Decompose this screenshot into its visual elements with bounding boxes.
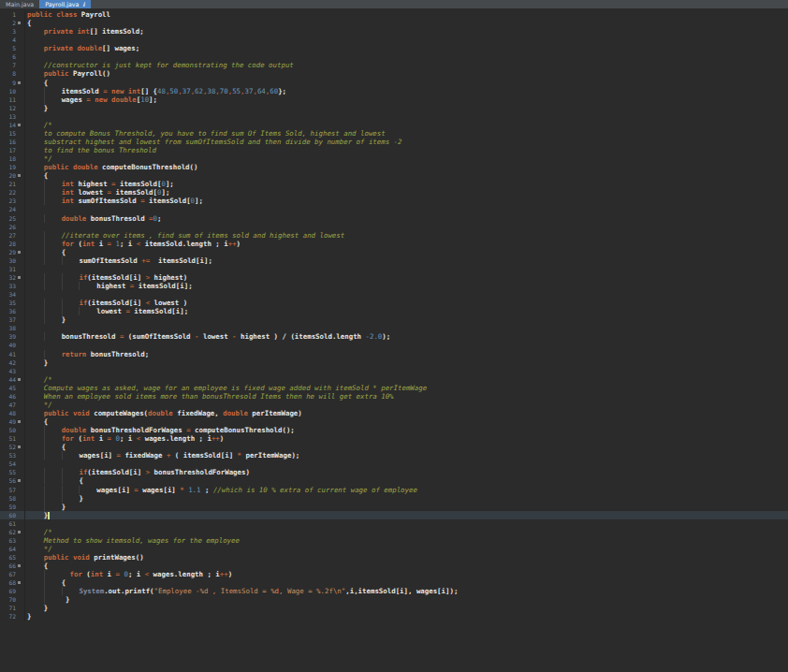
line-number[interactable]: 1 — [0, 10, 16, 19]
code-line[interactable]: 11 wages = new double[10]; — [0, 95, 788, 104]
tab-payroll-java[interactable]: Payroll.java i — [39, 0, 91, 8]
line-number[interactable]: 12 — [0, 104, 16, 112]
fold-marker-icon[interactable] — [16, 248, 25, 256]
code-line[interactable]: 16 substract highest and lowest from sum… — [0, 138, 788, 146]
code-line[interactable]: 19 public double computeBonusThreshold() — [0, 163, 788, 171]
line-number[interactable]: 4 — [0, 36, 16, 44]
code-line[interactable]: 10 itemsSold = new int[] {48,50,37,62,38… — [0, 87, 788, 95]
line-number[interactable]: 19 — [0, 163, 16, 171]
code-line[interactable]: 50 double bonusThresholdForWages = compu… — [0, 426, 788, 434]
code-line[interactable]: 44 /* — [0, 375, 788, 384]
code-line[interactable]: 28 for (int i = 1; i < itemsSold.length … — [0, 240, 788, 248]
line-number[interactable]: 69 — [0, 587, 16, 595]
code-line[interactable]: 34 — [0, 290, 788, 299]
line-number[interactable]: 22 — [0, 188, 16, 197]
line-number[interactable]: 59 — [0, 503, 16, 511]
code-line[interactable]: 45 Compute wages as asked, wage for an e… — [0, 384, 788, 392]
code-line[interactable]: 69 System.out.printf("Employee -%d , Ite… — [0, 587, 788, 595]
line-number[interactable]: 70 — [0, 595, 16, 604]
line-number[interactable]: 37 — [0, 315, 16, 324]
line-number[interactable]: 47 — [0, 401, 16, 409]
code-line[interactable]: 52 { — [0, 443, 788, 451]
line-number[interactable]: 13 — [0, 112, 16, 121]
line-number[interactable]: 36 — [0, 307, 16, 315]
code-line[interactable]: 33 highest = itemsSold[i]; — [0, 282, 788, 290]
line-number[interactable]: 29 — [0, 248, 16, 256]
line-number[interactable]: 11 — [0, 95, 16, 104]
code-line[interactable]: 53 wages[i] = fixedWage + ( itemsSold[i]… — [0, 451, 788, 460]
code-line[interactable]: 38 — [0, 324, 788, 332]
line-number[interactable]: 16 — [0, 138, 16, 146]
tab-main-java[interactable]: Main.java — [0, 0, 39, 8]
code-line[interactable]: 13 — [0, 112, 788, 121]
code-line[interactable]: 60 } — [0, 511, 788, 519]
code-editor[interactable]: 1public class Payroll2{3 private int[] i… — [0, 8, 788, 672]
code-line[interactable]: 58 } — [0, 494, 788, 503]
line-number[interactable]: 46 — [0, 392, 16, 401]
code-line[interactable]: 36 lowest = itemsSold[i]; — [0, 307, 788, 315]
fold-marker-icon[interactable] — [16, 19, 25, 27]
line-number[interactable]: 15 — [0, 129, 16, 138]
fold-marker-icon[interactable] — [16, 578, 25, 587]
code-line[interactable]: 26 — [0, 223, 788, 231]
line-number[interactable]: 56 — [0, 476, 16, 485]
code-line[interactable]: 6 — [0, 52, 788, 61]
line-number[interactable]: 65 — [0, 553, 16, 562]
line-number[interactable]: 28 — [0, 240, 16, 248]
code-line[interactable]: 24 — [0, 205, 788, 213]
line-number[interactable]: 49 — [0, 417, 16, 426]
line-number[interactable]: 55 — [0, 468, 16, 476]
line-number[interactable]: 71 — [0, 604, 16, 612]
code-line[interactable]: 59 } — [0, 503, 788, 511]
code-line[interactable]: 40 — [0, 341, 788, 349]
line-number[interactable]: 39 — [0, 332, 16, 341]
line-number[interactable]: 64 — [0, 545, 16, 553]
line-number[interactable]: 62 — [0, 528, 16, 536]
code-line[interactable]: 27 //iterate over items , find sum of it… — [0, 231, 788, 240]
line-number[interactable]: 32 — [0, 273, 16, 282]
code-line[interactable]: 47 */ — [0, 401, 788, 409]
line-number[interactable]: 48 — [0, 409, 16, 417]
line-number[interactable]: 67 — [0, 570, 16, 578]
code-line[interactable]: 17 to find the bonus Threshold — [0, 146, 788, 154]
line-number[interactable]: 58 — [0, 494, 16, 503]
line-number[interactable]: 44 — [0, 375, 16, 384]
fold-marker-icon[interactable] — [16, 171, 25, 180]
line-number[interactable]: 61 — [0, 519, 16, 528]
line-number[interactable]: 66 — [0, 562, 16, 570]
line-number[interactable]: 17 — [0, 146, 16, 154]
code-line[interactable]: 25 double bonusThresold =0; — [0, 214, 788, 223]
code-line[interactable]: 72} — [0, 612, 788, 621]
code-line[interactable]: 14 /* — [0, 121, 788, 129]
code-line[interactable]: 31 — [0, 265, 788, 273]
code-line[interactable]: 49 { — [0, 417, 788, 426]
line-number[interactable]: 21 — [0, 180, 16, 188]
code-line[interactable]: 39 bonusThresold = (sumOfItemsSold - low… — [0, 332, 788, 341]
line-number[interactable]: 3 — [0, 27, 16, 36]
fold-marker-icon[interactable] — [16, 121, 25, 129]
code-line[interactable]: 57 wages[i] = wages[i] * 1.1 ; //which i… — [0, 486, 788, 494]
code-line[interactable]: 67 for (int i = 0; i < wages.length ; i+… — [0, 570, 788, 578]
line-number[interactable]: 5 — [0, 44, 16, 52]
line-number[interactable]: 8 — [0, 69, 16, 78]
line-number[interactable]: 42 — [0, 358, 16, 367]
code-line[interactable]: 54 — [0, 460, 788, 468]
code-line[interactable]: 32 if(itemsSold[i] > highest) — [0, 273, 788, 282]
code-line[interactable]: 5 private double[] wages; — [0, 44, 788, 52]
code-line[interactable]: 43 — [0, 367, 788, 375]
code-line[interactable]: 65 public void printWages() — [0, 553, 788, 562]
line-number[interactable]: 54 — [0, 460, 16, 468]
line-number[interactable]: 18 — [0, 154, 16, 163]
code-line[interactable]: 62 /* — [0, 528, 788, 536]
fold-marker-icon[interactable] — [16, 562, 25, 570]
line-number[interactable]: 57 — [0, 486, 16, 494]
line-number[interactable]: 23 — [0, 197, 16, 205]
code-line[interactable]: 21 int highest = itemsSold[0]; — [0, 180, 788, 188]
code-line[interactable]: 7 //constructor is just kept for demonst… — [0, 61, 788, 69]
line-number[interactable]: 34 — [0, 290, 16, 299]
code-line[interactable]: 51 for (int i = 0; i < wages.length ; i+… — [0, 434, 788, 443]
code-line[interactable]: 70 } — [0, 595, 788, 604]
line-number[interactable]: 52 — [0, 443, 16, 451]
code-line[interactable]: 12 } — [0, 104, 788, 112]
code-line[interactable]: 56 { — [0, 476, 788, 485]
